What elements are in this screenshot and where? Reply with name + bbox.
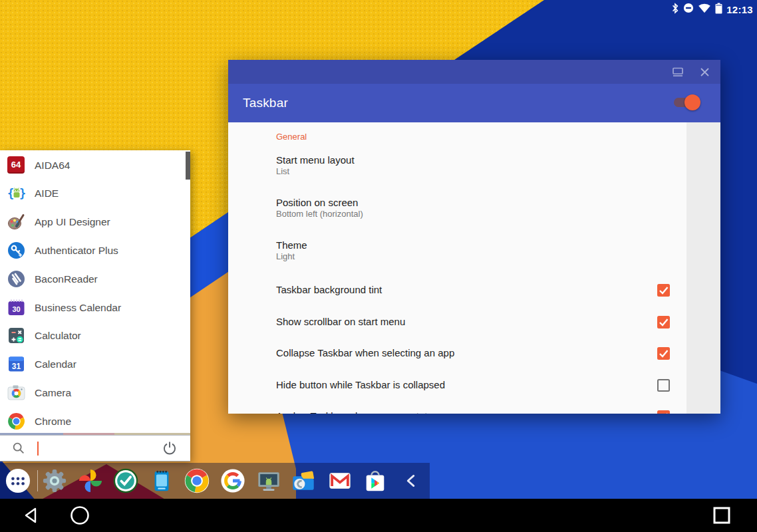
svg-text:31: 31 <box>12 362 21 371</box>
app-label: AIDE <box>35 179 59 207</box>
app-item-aide[interactable]: {}AIDE <box>0 179 190 207</box>
app-item-app-ui-designer[interactable]: App UI Designer <box>0 207 190 236</box>
baconreader-icon <box>7 270 25 288</box>
close-icon[interactable] <box>696 65 712 79</box>
remote-display-app[interactable] <box>256 468 281 493</box>
checkbox-checked[interactable] <box>657 347 670 360</box>
text-caret <box>37 442 39 456</box>
solid-explorer-icon <box>291 468 317 493</box>
setting-title: Show scrollbar on start menu <box>276 316 405 327</box>
navigation-bar <box>0 499 757 532</box>
search-input[interactable] <box>32 438 161 460</box>
app-label: BaconReader <box>35 265 98 293</box>
gear-icon <box>42 468 67 493</box>
setting-title: Collapse Taskbar when selecting an app <box>276 347 454 358</box>
power-icon[interactable] <box>162 440 178 456</box>
checkbox-checked[interactable] <box>657 316 670 329</box>
chrome-app[interactable] <box>184 468 210 493</box>
setting-collapse-taskbar[interactable]: Collapse Taskbar when selecting an app <box>228 337 686 369</box>
solid-explorer-app[interactable] <box>291 468 317 493</box>
window-title-strip[interactable] <box>228 60 720 84</box>
svg-text:{: { <box>7 187 14 200</box>
svg-text:30: 30 <box>12 305 20 313</box>
google-g-icon <box>220 468 245 493</box>
app-item-aida64[interactable]: 64AIDA64 <box>0 151 190 180</box>
notepad-icon <box>149 468 174 493</box>
settings-app[interactable] <box>42 468 67 493</box>
app-item-business-calendar[interactable]: 30Business Calendar <box>0 293 190 322</box>
maximize-icon[interactable] <box>670 65 686 79</box>
taskbar-divider <box>37 470 38 491</box>
app-label: Calculator <box>35 321 81 350</box>
setting-show-scrollbar[interactable]: Show scrollbar on start menu <box>228 306 686 338</box>
setting-title: Hide button while Taskbar is collapsed <box>276 379 445 390</box>
start-menu-scrollbar[interactable] <box>186 152 190 180</box>
app-item-baconreader[interactable]: BaconReader <box>0 265 190 293</box>
settings-list: GeneralStart menu layoutListPosition on … <box>228 122 720 414</box>
setting-position-on-screen[interactable]: Position on screenBottom left (horizonta… <box>228 197 686 223</box>
checkbox-unchecked[interactable] <box>657 379 670 392</box>
setting-start-menu-layout[interactable]: Start menu layoutList <box>228 154 686 181</box>
app-item-calendar[interactable]: 31Calendar <box>0 350 190 378</box>
chevron-left-icon <box>398 468 424 493</box>
green-check-icon <box>113 468 138 493</box>
setting-theme[interactable]: ThemeLight <box>228 239 686 266</box>
aida64-icon: 64 <box>7 156 25 174</box>
toggle-thumb <box>684 94 700 110</box>
collapse-taskbar-button[interactable] <box>398 468 424 493</box>
battery-icon <box>715 3 722 17</box>
gmail-app[interactable] <box>327 468 353 493</box>
aide-icon: {} <box>7 184 25 202</box>
section-general: General <box>228 132 686 145</box>
setting-title: Start menu layout <box>276 154 355 166</box>
back-icon[interactable] <box>21 504 43 527</box>
app-item-camera[interactable]: Camera <box>0 378 190 407</box>
photos-icon <box>78 468 103 493</box>
chrome-icon <box>184 468 210 493</box>
app-drawer-icon <box>5 468 31 493</box>
search-icon <box>11 441 26 456</box>
app-drawer-button[interactable] <box>5 468 31 493</box>
gmail-icon <box>327 468 353 493</box>
setting-title: Position on screen <box>276 197 358 208</box>
calendar-icon: 31 <box>7 355 25 373</box>
home-icon[interactable] <box>69 504 91 527</box>
taskbar <box>0 463 430 499</box>
app-bar: Taskbar <box>228 84 720 122</box>
app-item-chrome[interactable]: Chrome <box>0 407 190 436</box>
business-calendar-icon: 30 <box>7 299 25 317</box>
start-menu: 64AIDA64{}AIDEApp UI DesignerAuthenticat… <box>0 150 190 462</box>
setting-value: Light <box>276 251 295 261</box>
content-gutter <box>686 122 720 414</box>
setting-value: Bottom left (horizontal) <box>276 209 363 219</box>
app-label: App UI Designer <box>35 207 110 236</box>
setting-title: Anchor Taskbar when screen rotates <box>276 410 438 414</box>
authenticator-plus-icon <box>7 241 25 259</box>
status-bar: 12:13 <box>671 2 753 17</box>
setting-hide-button[interactable]: Hide button while Taskbar is collapsed <box>228 369 686 401</box>
app-label: AIDA64 <box>35 151 70 180</box>
camera-icon <box>7 384 25 402</box>
checkbox-checked[interactable] <box>657 410 670 414</box>
master-toggle[interactable] <box>674 98 698 107</box>
photos-app[interactable] <box>78 468 103 493</box>
setting-anchor-taskbar[interactable]: Anchor Taskbar when screen rotates <box>228 400 686 414</box>
monitor-android-icon <box>256 468 281 493</box>
taskbar-settings-window: Taskbar GeneralStart menu layoutListPosi… <box>228 60 720 414</box>
play-store-app[interactable] <box>363 468 388 493</box>
recents-icon[interactable] <box>710 504 733 527</box>
app-label: Authenticator Plus <box>35 236 118 265</box>
app-ui-designer-icon <box>7 213 25 231</box>
search-bar <box>0 435 190 461</box>
google-app[interactable] <box>220 468 245 493</box>
window-controls <box>670 65 712 79</box>
greenify-app[interactable] <box>113 468 138 493</box>
checkbox-checked[interactable] <box>657 284 670 297</box>
svg-text:}: } <box>19 187 25 200</box>
notepad-app[interactable] <box>149 468 174 493</box>
app-item-authenticator-plus[interactable]: Authenticator Plus <box>0 236 190 265</box>
app-item-calculator[interactable]: Calculator <box>0 321 190 350</box>
app-label: Camera <box>35 378 71 407</box>
setting-taskbar-background-tint[interactable]: Taskbar background tint <box>228 274 686 306</box>
setting-value: List <box>276 166 289 176</box>
